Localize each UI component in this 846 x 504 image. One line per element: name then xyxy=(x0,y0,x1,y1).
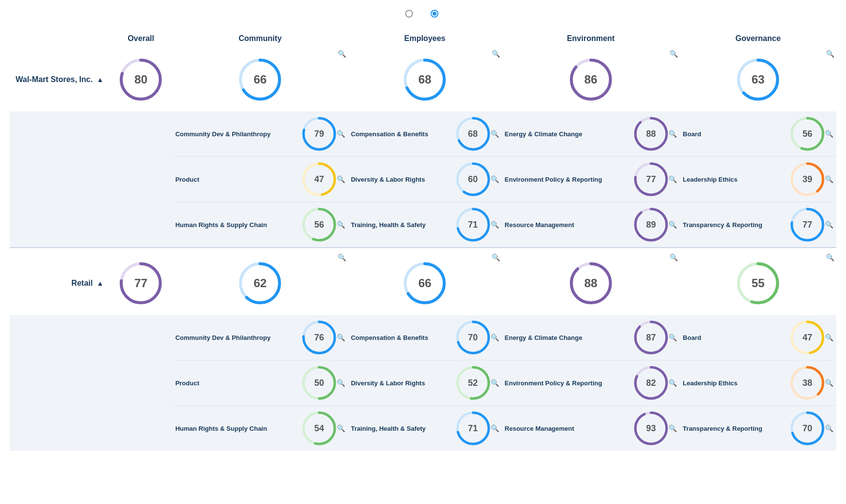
search-icon[interactable]: 🔍 xyxy=(491,175,499,183)
sub-employees-col: Compensation & Benefits 68 🔍 Diversity &… xyxy=(348,111,502,248)
sub-environment-col: Energy & Climate Change 87 🔍 Environment… xyxy=(502,315,680,451)
search-icon-governance[interactable]: 🔍 xyxy=(826,50,834,58)
gauge-number: 82 xyxy=(646,378,656,388)
search-icon-employees[interactable]: 🔍 xyxy=(492,50,500,58)
sub-item-label: Energy & Climate Change xyxy=(505,130,634,138)
sub-environment-group: Energy & Climate Change 87 🔍 Environment… xyxy=(502,315,680,451)
see-rating-radio[interactable] xyxy=(405,10,413,18)
gauge-wrap-community: 62 xyxy=(176,261,344,305)
sub-item: Resource Management 93 🔍 xyxy=(502,406,680,451)
gauge-container: 56 xyxy=(790,116,825,151)
gauge-container: 66 xyxy=(403,261,447,305)
gauge-number: 60 xyxy=(468,174,478,185)
see-percentile-option[interactable] xyxy=(431,10,441,18)
gauge-container: 77 xyxy=(790,207,825,242)
gauge-container: 80 xyxy=(119,58,163,102)
search-icon[interactable]: 🔍 xyxy=(337,379,345,387)
gauge-container: 50 xyxy=(302,365,337,400)
search-icon[interactable]: 🔍 xyxy=(825,424,833,432)
gauge-container: 66 xyxy=(238,58,282,102)
gauge-number: 62 xyxy=(254,276,267,290)
sub-item: Compensation & Benefits 68 🔍 xyxy=(348,111,502,157)
search-icon[interactable]: 🔍 xyxy=(491,221,499,229)
gauge-container: 38 xyxy=(790,365,825,400)
sub-environment-col: Energy & Climate Change 88 🔍 Environment… xyxy=(502,111,680,248)
search-icon[interactable]: 🔍 xyxy=(337,175,345,183)
search-icon-governance[interactable]: 🔍 xyxy=(826,253,834,261)
search-icon[interactable]: 🔍 xyxy=(825,130,833,138)
search-icon[interactable]: 🔍 xyxy=(669,130,677,138)
sub-item: Compensation & Benefits 70 🔍 xyxy=(348,315,502,360)
search-icon[interactable]: 🔍 xyxy=(669,221,677,229)
gauge-container: 39 xyxy=(790,162,825,197)
gauge-container: 87 xyxy=(633,320,669,355)
sub-employees-col: Compensation & Benefits 70 🔍 Diversity &… xyxy=(348,315,502,451)
search-icon-community[interactable]: 🔍 xyxy=(338,50,346,58)
gauge-number: 47 xyxy=(803,333,812,343)
sub-item: Resource Management 89 🔍 xyxy=(502,202,680,247)
sub-item-label: Community Dev & Philanthropy xyxy=(175,130,302,138)
sub-community-group: Community Dev & Philanthropy 76 🔍 Produc… xyxy=(173,315,348,451)
gauge-number: 80 xyxy=(134,73,148,86)
search-icon[interactable]: 🔍 xyxy=(491,424,499,432)
gauge-number: 56 xyxy=(314,220,324,230)
gauge-container: 76 xyxy=(302,320,337,355)
sub-item-label: Leadership Ethics xyxy=(683,379,790,387)
see-percentile-radio[interactable] xyxy=(431,10,438,18)
governance-score-cell: 🔍 63 xyxy=(680,48,836,111)
search-icon[interactable]: 🔍 xyxy=(825,221,833,229)
main-content: Overall Community Employees Environment … xyxy=(10,29,836,451)
search-icon-environment[interactable]: 🔍 xyxy=(670,253,678,261)
search-icon[interactable]: 🔍 xyxy=(825,379,833,387)
search-icon[interactable]: 🔍 xyxy=(337,130,345,138)
sub-item: Leadership Ethics 39 🔍 xyxy=(680,157,836,202)
search-icon[interactable]: 🔍 xyxy=(825,334,833,341)
search-icon[interactable]: 🔍 xyxy=(337,424,345,432)
gauge-container: 88 xyxy=(569,261,613,305)
sub-overall-empty xyxy=(109,315,173,451)
gauge-container: 63 xyxy=(736,58,780,102)
gauge-number: 89 xyxy=(646,220,656,230)
sub-item-label: Product xyxy=(175,379,302,387)
gauge-number: 71 xyxy=(468,423,478,434)
search-icon[interactable]: 🔍 xyxy=(491,379,499,387)
gauge-container: 56 xyxy=(302,207,337,242)
sub-item-label: Compensation & Benefits xyxy=(351,334,456,341)
sub-governance-col: Board 56 🔍 Leadership Ethics 39 🔍 xyxy=(680,111,836,248)
gauge-number: 50 xyxy=(314,378,324,388)
sub-item: Transparency & Reporting 70 🔍 xyxy=(680,406,836,451)
sub-item-label: Human Rights & Supply Chain xyxy=(175,221,302,229)
community-score-cell: 🔍 66 xyxy=(173,48,348,111)
sub-item: Transparency & Reporting 77 🔍 xyxy=(680,202,836,247)
search-icon[interactable]: 🔍 xyxy=(669,424,677,432)
search-icon-community[interactable]: 🔍 xyxy=(338,253,346,261)
search-icon-environment[interactable]: 🔍 xyxy=(670,50,678,58)
col-header-overall: Overall xyxy=(109,29,173,48)
view-controls xyxy=(10,10,836,18)
sub-employees-group: Compensation & Benefits 70 🔍 Diversity &… xyxy=(348,315,502,451)
search-icon[interactable]: 🔍 xyxy=(669,175,677,183)
search-icon[interactable]: 🔍 xyxy=(337,334,345,341)
gauge-number: 66 xyxy=(418,276,432,290)
sub-item-label: Human Rights & Supply Chain xyxy=(175,425,302,432)
gauge-container: 68 xyxy=(456,116,491,151)
gauge-number: 55 xyxy=(752,276,765,290)
search-icon-employees[interactable]: 🔍 xyxy=(492,253,500,261)
sub-item-label: Energy & Climate Change xyxy=(505,334,634,341)
search-icon[interactable]: 🔍 xyxy=(491,334,499,341)
search-icon[interactable]: 🔍 xyxy=(337,221,345,229)
gauge-number: 38 xyxy=(803,378,812,388)
triangle-icon: ▲ xyxy=(97,279,104,287)
search-icon[interactable]: 🔍 xyxy=(669,334,677,341)
sub-item: Environment Policy & Reporting 77 🔍 xyxy=(502,157,680,202)
sub-item: Energy & Climate Change 88 🔍 xyxy=(502,111,680,157)
environment-score-cell: 🔍 88 xyxy=(502,252,680,315)
sub-item-label: Environment Policy & Reporting xyxy=(505,176,634,183)
search-icon[interactable]: 🔍 xyxy=(825,175,833,183)
search-icon[interactable]: 🔍 xyxy=(669,379,677,387)
sub-item-label: Transparency & Reporting xyxy=(683,221,790,229)
search-icon[interactable]: 🔍 xyxy=(491,130,499,138)
col-header-community: Community xyxy=(173,29,348,48)
see-rating-option[interactable] xyxy=(405,10,416,18)
sub-employees-group: Compensation & Benefits 68 🔍 Diversity &… xyxy=(348,111,502,247)
